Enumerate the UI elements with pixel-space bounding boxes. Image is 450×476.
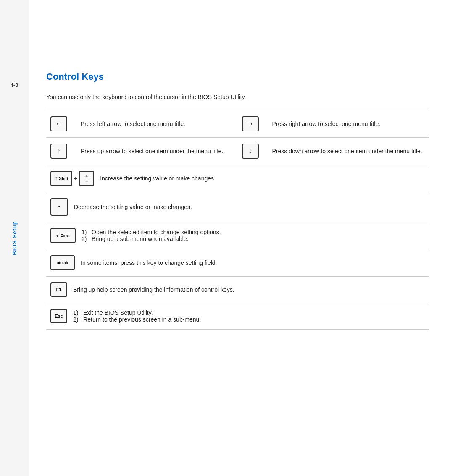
f1-desc: Bring up help screen providing the infor…: [73, 286, 234, 293]
intro-text: You can use only the keyboard to control…: [46, 92, 429, 102]
main-content: Control Keys You can use only the keyboa…: [29, 0, 450, 476]
row-shift-plus: ⇧ Shift + + = Increase the setting value…: [46, 165, 429, 192]
shift-key: ⇧ Shift: [50, 171, 72, 186]
esc-desc: 1) Exit the BIOS Setup Utility. 2) Retur…: [73, 309, 201, 323]
side-label: BIOS Setup: [11, 221, 18, 255]
side-label-wrapper: BIOS Setup: [11, 221, 18, 255]
up-arrow-cell: ↑ Press up arrow to select one item unde…: [46, 138, 238, 165]
left-arrow-key: ←: [50, 116, 67, 131]
right-arrow-key: →: [242, 116, 259, 131]
right-arrow-cell: → Press right arrow to select one menu t…: [238, 110, 429, 137]
row-f1: F1 Bring up help screen providing the in…: [46, 276, 429, 303]
f1-key: F1: [50, 282, 67, 297]
plus-equals-key: + =: [79, 171, 94, 186]
enter-key: ↲ Enter: [50, 228, 76, 243]
row-left-right-arrow: ← Press left arrow to select one menu ti…: [46, 110, 429, 137]
row-tab: ⇄ Tab In some items, press this key to c…: [46, 249, 429, 276]
plus-sign: +: [74, 175, 77, 182]
minus-key: - _: [50, 198, 68, 216]
enter-desc: 1) Open the selected item to change sett…: [82, 229, 221, 242]
shift-plus-desc: Increase the setting value or make chang…: [100, 175, 216, 182]
row-minus: - _ Decrease the setting value or make c…: [46, 192, 429, 222]
row-enter: ↲ Enter 1) Open the selected item to cha…: [46, 222, 429, 249]
down-arrow-desc: Press down arrow to select one item unde…: [265, 148, 422, 154]
page-title: Control Keys: [46, 71, 429, 82]
minus-desc: Decrease the setting value or make chang…: [74, 204, 192, 210]
up-arrow-desc: Press up arrow to select one item under …: [73, 148, 223, 154]
row-up-down-arrow: ↑ Press up arrow to select one item unde…: [46, 137, 429, 165]
esc-key: Esc: [50, 309, 67, 323]
right-arrow-desc: Press right arrow to select one menu tit…: [265, 120, 381, 127]
tab-desc: In some items, press this key to change …: [81, 259, 217, 266]
left-arrow-desc: Press left arrow to select one menu titl…: [73, 120, 185, 127]
page-number: 4-3: [11, 82, 18, 88]
left-arrow-cell: ← Press left arrow to select one menu ti…: [46, 110, 238, 137]
tab-key: ⇄ Tab: [50, 255, 75, 270]
down-arrow-cell: ↓ Press down arrow to select one item un…: [238, 138, 429, 165]
row-esc: Esc 1) Exit the BIOS Setup Utility. 2) R…: [46, 303, 429, 330]
down-arrow-key: ↓: [242, 144, 259, 159]
shift-plus-combo: ⇧ Shift + + =: [50, 171, 94, 186]
up-arrow-key: ↑: [50, 144, 67, 159]
left-margin: 4-3 BIOS Setup: [0, 0, 29, 476]
